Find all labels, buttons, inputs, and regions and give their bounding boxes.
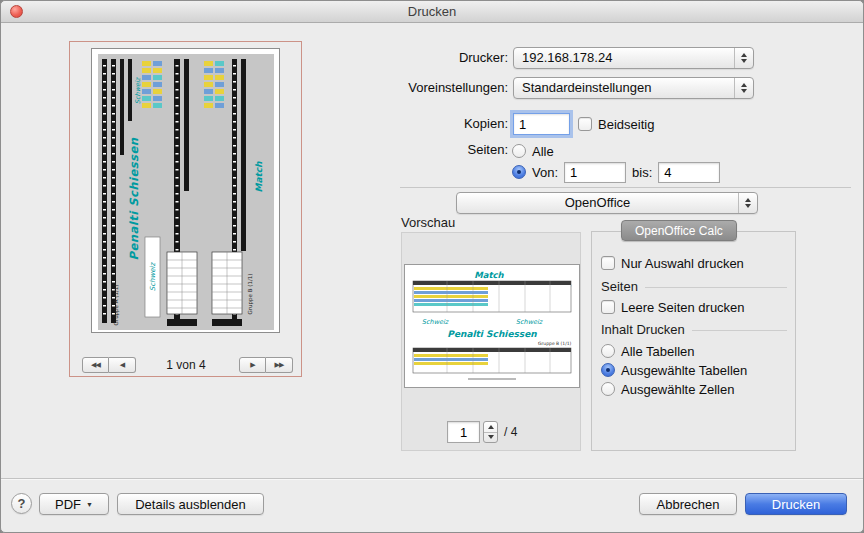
print-dialog: Drucken xyxy=(0,0,864,533)
printer-label: Drucker: xyxy=(301,47,508,69)
vorschau-preview-image: Match Gruppe A (1/1) Schweiz Schweiz Pen… xyxy=(405,265,579,387)
preview-title-text: Penalti Schiessen xyxy=(127,137,141,260)
pdf-menu-button[interactable]: PDF ▼ xyxy=(39,493,109,515)
selected-cells-radio[interactable] xyxy=(601,382,615,396)
next-page-icon: ▶ xyxy=(250,361,254,369)
mini-table-top xyxy=(413,281,571,312)
preview-nav-back-group: ◀◀ ◀ xyxy=(82,357,136,373)
vorschau-total-pages: / 4 xyxy=(504,421,517,443)
preview-match-text: Match xyxy=(254,161,264,193)
vorschau-preview-page: Match Gruppe A (1/1) Schweiz Schweiz Pen… xyxy=(404,264,580,388)
presets-label: Voreinstellungen: xyxy=(301,77,508,99)
duplex-checkbox[interactable] xyxy=(578,117,592,131)
previous-page-icon: ◀ xyxy=(120,361,124,369)
titlebar: Drucken xyxy=(1,1,863,23)
app-pane-select-value: OpenOffice xyxy=(457,193,738,213)
previous-page-button[interactable]: ◀ xyxy=(109,357,136,373)
pages-all-label: Alle xyxy=(532,144,554,159)
hide-details-button[interactable]: Details ausblenden xyxy=(117,493,264,515)
pages-range-row: Von: bis: xyxy=(512,160,720,184)
print-button-label: Drucken xyxy=(772,497,820,512)
pdf-button-label: PDF xyxy=(55,497,81,512)
selected-cells-label: Ausgewählte Zellen xyxy=(621,382,734,397)
print-empty-pages-checkbox-row[interactable]: Leere Seiten drucken xyxy=(601,299,745,315)
print-selection-checkbox-row[interactable]: Nur Auswahl drucken xyxy=(601,255,744,271)
mini-match-text: Match xyxy=(474,270,504,280)
chevron-down-icon: ▼ xyxy=(86,501,93,508)
last-page-icon: ▶▶ xyxy=(275,361,284,369)
help-button[interactable]: ? xyxy=(11,493,32,514)
pages-from-radio[interactable] xyxy=(512,165,526,179)
popup-arrows-icon xyxy=(734,78,753,98)
selected-tables-label: Ausgewählte Tabellen xyxy=(621,363,747,378)
close-button[interactable] xyxy=(10,5,23,18)
vorschau-heading: Vorschau xyxy=(401,215,455,230)
duplex-label: Beidseitig xyxy=(598,117,654,132)
print-selection-label: Nur Auswahl drucken xyxy=(621,256,744,271)
next-page-button[interactable]: ▶ xyxy=(239,357,266,373)
first-page-button[interactable]: ◀◀ xyxy=(82,357,109,373)
pages-all-radio[interactable] xyxy=(512,144,526,158)
pages-from-label: Von: xyxy=(532,165,558,180)
pages-section: Seiten xyxy=(601,278,787,294)
print-preview-page: Penalti Schiessen Match Schweiz Schweiz … xyxy=(91,48,280,333)
mini-title-text: Penalti Schiessen xyxy=(447,329,537,339)
section-rule xyxy=(692,330,787,331)
selected-tables-radio-row[interactable]: Ausgewählte Tabellen xyxy=(601,362,747,378)
preview-group-b-text: Gruppe B (1/1) xyxy=(247,274,254,315)
vorschau-box: Match Gruppe A (1/1) Schweiz Schweiz Pen… xyxy=(401,232,581,451)
window-title: Drucken xyxy=(1,1,863,22)
printer-select[interactable]: 192.168.178.24 xyxy=(513,47,754,69)
mini-team-right-text: Schweiz xyxy=(516,318,544,326)
app-pane-select[interactable]: OpenOffice xyxy=(456,192,758,214)
preview-page-indicator: 1 von 4 xyxy=(136,358,236,372)
pages-from-input[interactable] xyxy=(564,162,626,183)
hide-details-label: Details ausblenden xyxy=(135,497,246,512)
cancel-button-label: Abbrechen xyxy=(657,497,720,512)
print-empty-pages-checkbox[interactable] xyxy=(601,300,615,314)
content-section-label: Inhalt Drucken xyxy=(601,322,685,337)
help-icon: ? xyxy=(18,496,26,511)
popup-arrows-icon xyxy=(734,48,753,68)
pages-to-label: bis: xyxy=(632,165,652,180)
preview-team-top-text: Schweiz xyxy=(134,76,142,104)
duplex-checkbox-row[interactable]: Beidseitig xyxy=(578,116,654,132)
vorschau-page-stepper[interactable] xyxy=(483,421,498,443)
mini-team-left-text: Schweiz xyxy=(422,318,450,326)
section-divider xyxy=(400,187,851,188)
stepper-down-icon[interactable] xyxy=(484,432,497,443)
pages-all-radio-row[interactable]: Alle xyxy=(512,143,554,159)
selected-cells-radio-row[interactable]: Ausgewählte Zellen xyxy=(601,381,734,397)
copies-label: Kopien: xyxy=(301,113,508,135)
mini-group-b-text: Gruppe B (1/1) xyxy=(538,341,572,346)
cancel-button[interactable]: Abbrechen xyxy=(639,493,737,515)
pages-label: Seiten: xyxy=(301,141,508,159)
last-page-button[interactable]: ▶▶ xyxy=(266,357,293,373)
stepper-up-icon[interactable] xyxy=(484,422,497,432)
pages-to-input[interactable] xyxy=(658,162,720,183)
print-button[interactable]: Drucken xyxy=(745,493,847,515)
selected-tables-radio[interactable] xyxy=(601,363,615,377)
all-tables-radio[interactable] xyxy=(601,344,615,358)
all-tables-radio-row[interactable]: Alle Tabellen xyxy=(601,343,694,359)
content-section: Inhalt Drucken xyxy=(601,321,787,337)
presets-select-value: Standardeinstellungen xyxy=(514,78,734,98)
print-selection-checkbox[interactable] xyxy=(601,256,615,270)
popup-arrows-icon xyxy=(738,193,757,213)
preview-team-text: Schweiz xyxy=(149,261,157,291)
pages-section-label: Seiten xyxy=(601,279,638,294)
presets-select[interactable]: Standardeinstellungen xyxy=(513,77,754,99)
mini-table-bottom xyxy=(413,348,571,373)
preview-frame: Penalti Schiessen Match Schweiz Schweiz … xyxy=(69,41,302,377)
copies-input[interactable] xyxy=(513,113,570,135)
preview-nav-forward-group: ▶ ▶▶ xyxy=(239,357,293,373)
first-page-icon: ◀◀ xyxy=(91,361,100,369)
vorschau-page-input[interactable] xyxy=(447,421,480,443)
section-rule xyxy=(645,287,787,288)
footer-divider xyxy=(1,478,863,479)
preview-group-a-text: Gruppe A (1/1) xyxy=(113,285,120,326)
all-tables-label: Alle Tabellen xyxy=(621,344,694,359)
printer-select-value: 192.168.178.24 xyxy=(514,48,734,68)
print-preview-thumbnail: Penalti Schiessen Match Schweiz Schweiz … xyxy=(92,49,279,332)
print-empty-pages-label: Leere Seiten drucken xyxy=(621,300,745,315)
